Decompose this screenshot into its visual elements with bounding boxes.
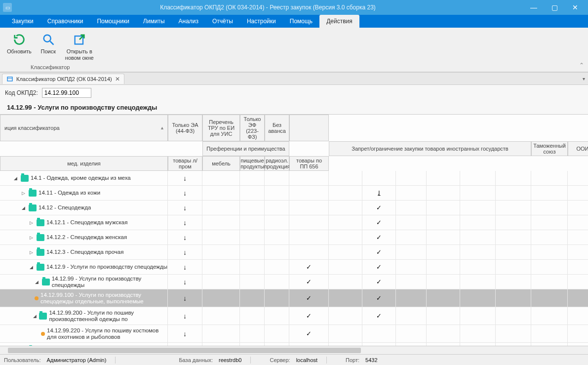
col-ban-meb[interactable]: мебель	[202, 156, 240, 171]
code-input-row: Код ОКПД2:	[0, 85, 588, 101]
minimize-button[interactable]: —	[524, 1, 544, 13]
open-new-label: Открыть в новом окне	[65, 48, 94, 61]
document-tabs-dropdown-icon[interactable]: ▾	[583, 76, 585, 81]
menu-item-6[interactable]: Настройки	[240, 15, 283, 28]
col-ban-radio[interactable]: радиоэл. продукция	[265, 156, 289, 171]
status-port-label: Порт:	[342, 357, 363, 363]
col-pref-tu[interactable]: Таможенный союз	[531, 141, 568, 156]
document-tab-close-icon[interactable]: ✕	[115, 76, 120, 82]
expander-icon[interactable]: ▷	[20, 190, 27, 197]
maximize-button[interactable]: ▢	[545, 1, 564, 13]
col-ban-lp[interactable]: товары л/пром	[168, 156, 202, 171]
close-button[interactable]: ✕	[565, 1, 585, 13]
row-label: 14.12.1 - Спецодежда мужская	[46, 219, 127, 226]
heading: 14.12.99 - Услуги по производству спецод…	[0, 101, 588, 114]
folder-icon	[39, 313, 47, 320]
expander-icon[interactable]: ▷	[28, 219, 35, 226]
folder-icon	[37, 249, 44, 256]
refresh-label: Обновить	[7, 48, 32, 55]
col-only44[interactable]: Только ЭА (44-ФЗ)	[168, 115, 202, 141]
table-row[interactable]: 14.12.99.100 - Услуги по производству сп…	[0, 289, 588, 307]
table-row[interactable]: ◢14.1 - Одежда, кроме одежды из меха↓	[0, 171, 588, 186]
col-ban-med[interactable]: мед. изделия	[0, 156, 168, 171]
menu-bar: ЗакупкиСправочникиПомощникиЛимитыАнализО…	[0, 15, 588, 28]
leaf-icon	[41, 332, 45, 336]
expander-icon[interactable]: ◢	[34, 279, 40, 285]
app-icon: ▭	[3, 3, 12, 12]
menu-item-5[interactable]: Отчёты	[205, 15, 240, 28]
col-tree[interactable]: иция классификатора ▲	[0, 115, 168, 141]
table-row[interactable]: ◢14.12 - Спецодежда↓✓	[0, 201, 588, 215]
table-row[interactable]: ◢14.12.9 - Услуги по производству спецод…	[0, 260, 588, 275]
grid-header: иция классификатора ▲ Только ЭА (44-ФЗ) …	[0, 115, 588, 171]
row-label: 14.12.99.100 - Услуги по производству сп…	[40, 292, 167, 305]
expander-icon[interactable]: ◢	[32, 313, 37, 320]
document-tab-title: Классификатор ОКПД2 (ОК 034-2014)	[16, 76, 112, 82]
table-row[interactable]: ◢14.12.99 - Услуги по производству спецо…	[0, 275, 588, 289]
status-db-value: reestrdb0	[217, 357, 250, 363]
window-title: Классификатор ОКПД2 (ОК 034-2014) - Реес…	[12, 4, 524, 11]
table-row[interactable]: ▷14.13 - Одежда верхняя прочая↓✓	[0, 343, 588, 346]
open-external-icon	[72, 32, 87, 47]
status-server-value: localhost	[294, 357, 326, 363]
menu-item-7[interactable]: Помощь	[283, 15, 319, 28]
code-label: Код ОКПД2:	[5, 89, 38, 96]
menu-item-1[interactable]: Справочники	[40, 15, 90, 28]
expander-icon[interactable]: ▷	[28, 234, 35, 241]
expander-icon[interactable]: ◢	[20, 204, 27, 211]
sort-asc-icon: ▲	[160, 125, 164, 130]
window-controls: — ▢ ✕	[524, 1, 585, 13]
col-noadvance[interactable]: Без аванса	[265, 115, 289, 141]
expander-icon[interactable]: ▷	[28, 249, 35, 256]
document-tab-classifier[interactable]: Классификатор ОКПД2 (ОК 034-2014) ✕	[2, 74, 124, 84]
menu-item-2[interactable]: Помощники	[90, 15, 136, 28]
col-ban-food[interactable]: пищевые продукты	[240, 156, 265, 171]
row-label: 14.12.99.200 - Услуги по пошиву производ…	[49, 310, 167, 323]
horizontal-scrollbar[interactable]	[0, 346, 588, 354]
folder-icon	[37, 264, 44, 271]
expander-icon[interactable]: ◢	[28, 264, 35, 271]
row-label: 14.11 - Одежда из кожи	[39, 190, 100, 196]
code-input[interactable]	[42, 88, 91, 98]
row-label: 14.12.99 - Услуги по производству спецод…	[52, 276, 167, 288]
table-row[interactable]: ▷14.12.3 - Спецодежда прочая↓✓	[0, 245, 588, 260]
document-tab-icon	[6, 76, 13, 82]
svg-line-1	[50, 41, 53, 45]
menu-item-8[interactable]: Действия	[319, 15, 359, 28]
col-group-preferences: Преференции и преимущества	[202, 141, 289, 156]
refresh-button[interactable]: Обновить	[3, 30, 36, 63]
menu-item-4[interactable]: Анализ	[172, 15, 206, 28]
grid: иция классификатора ▲ Только ЭА (44-ФЗ) …	[0, 114, 588, 354]
col-pref-ooi[interactable]: ООИ	[568, 141, 588, 156]
vscroll-header-spacer	[289, 115, 329, 141]
table-row[interactable]: ▷14.12.2 - Спецодежда женская↓✓	[0, 230, 588, 245]
menu-item-3[interactable]: Лимиты	[136, 15, 172, 28]
svg-rect-3	[7, 77, 12, 81]
row-label: 14.12.9 - Услуги по производству спецоде…	[46, 264, 167, 270]
table-row[interactable]: ▷14.11 - Одежда из кожи↓⥙	[0, 186, 588, 201]
table-row[interactable]: 14.12.99.220 - Услуги по пошиву костюмов…	[0, 325, 588, 343]
search-button[interactable]: Поиск	[37, 30, 60, 63]
grid-body[interactable]: ◢14.1 - Одежда, кроме одежды из меха↓▷14…	[0, 171, 588, 346]
menu-item-0[interactable]: Закупки	[5, 15, 40, 28]
col-group-ban: Запрет/ограничение закупки товаров иност…	[329, 141, 531, 156]
expander-icon[interactable]	[35, 330, 39, 337]
col-ban-pp656[interactable]: товары по ПП 656	[289, 156, 329, 171]
table-row[interactable]: ▷14.12.1 - Спецодежда мужская↓✓	[0, 215, 588, 230]
status-user-value: Администратор (Admin)	[44, 357, 115, 363]
expander-icon[interactable]	[28, 295, 33, 302]
table-row[interactable]: ◢14.12.99.200 - Услуги по пошиву произво…	[0, 307, 588, 325]
open-new-window-button[interactable]: Открыть в новом окне	[61, 30, 98, 63]
expander-icon[interactable]: ◢	[12, 175, 19, 182]
ribbon-group-label: Классификатор	[3, 64, 98, 70]
svg-point-0	[43, 35, 50, 42]
folder-icon	[37, 234, 44, 241]
row-label: 14.12.2 - Спецодежда женская	[46, 234, 127, 241]
ribbon-collapse-icon[interactable]: ⌃	[579, 62, 584, 69]
status-server-label: Сервер:	[266, 357, 294, 363]
folder-icon	[42, 279, 50, 285]
status-user-label: Пользователь:	[0, 357, 44, 363]
col-tru[interactable]: Перечень ТРУ по ЕИ для УИС	[202, 115, 240, 141]
title-bar: ▭ Классификатор ОКПД2 (ОК 034-2014) - Ре…	[0, 0, 588, 15]
col-only223[interactable]: Только ЭФ (223-ФЗ)	[240, 115, 265, 141]
